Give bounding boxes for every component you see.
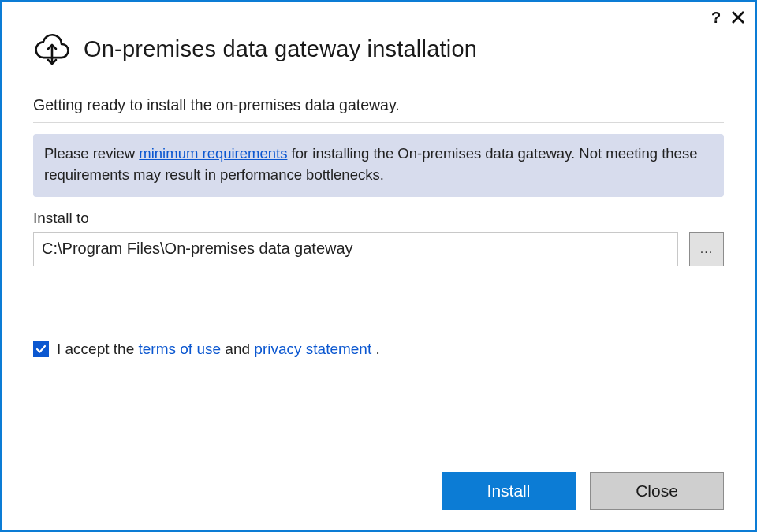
- help-icon[interactable]: ?: [711, 9, 724, 25]
- install-button[interactable]: Install: [442, 472, 576, 510]
- svg-text:?: ?: [711, 9, 721, 25]
- install-path-input[interactable]: [33, 232, 678, 266]
- accept-middle: and: [225, 340, 254, 357]
- terms-of-use-link[interactable]: terms of use: [139, 340, 222, 357]
- info-banner: Please review minimum requirements for i…: [33, 134, 724, 197]
- titlebar-controls: ?: [711, 9, 744, 25]
- accept-prefix: I accept the: [57, 340, 139, 357]
- accept-row: I accept the terms of use and privacy st…: [33, 340, 724, 358]
- cloud-gateway-icon: [33, 28, 71, 69]
- install-to-label: Install to: [33, 210, 724, 227]
- footer-buttons: Install Close: [442, 472, 724, 510]
- min-requirements-link[interactable]: minimum requirements: [139, 145, 287, 162]
- close-icon[interactable]: [732, 11, 744, 24]
- accept-checkbox[interactable]: [33, 341, 49, 357]
- page-title: On-premises data gateway installation: [84, 36, 477, 62]
- info-text-prefix: Please review: [44, 145, 139, 162]
- divider: [33, 122, 724, 123]
- close-button[interactable]: Close: [590, 472, 724, 510]
- accept-text: I accept the terms of use and privacy st…: [57, 340, 380, 358]
- header: On-premises data gateway installation: [33, 28, 724, 69]
- subtitle: Getting ready to install the on-premises…: [33, 96, 724, 114]
- accept-suffix: .: [376, 340, 380, 357]
- installer-window: ? On-premises data gateway installation …: [0, 0, 757, 532]
- privacy-statement-link[interactable]: privacy statement: [254, 340, 371, 357]
- install-path-row: ...: [33, 232, 724, 266]
- browse-button[interactable]: ...: [689, 232, 724, 266]
